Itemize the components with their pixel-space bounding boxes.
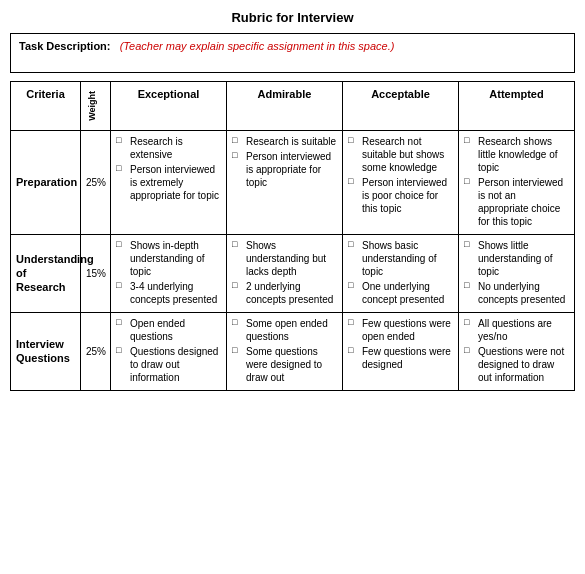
table-row: Interview Questions25%Open ended questio… (11, 312, 575, 390)
list-item: Some questions were designed to draw out (232, 345, 337, 384)
rubric-body: Preparation25%Research is extensivePerso… (11, 130, 575, 390)
task-desc-value: (Teacher may explain specific assignment… (120, 40, 395, 52)
header-weight: Weight (81, 82, 111, 131)
weight-cell-0: 25% (81, 130, 111, 234)
table-row: Understanding of Research15%Shows in-dep… (11, 234, 575, 312)
admirable-cell-2: Some open ended questionsSome questions … (227, 312, 343, 390)
list-item: All questions are yes/no (464, 317, 569, 343)
list-item: Research shows little knowledge of topic (464, 135, 569, 174)
exceptional-cell-1: Shows in-depth understanding of topic3-4… (111, 234, 227, 312)
list-item: Open ended questions (116, 317, 221, 343)
table-row: Preparation25%Research is extensivePerso… (11, 130, 575, 234)
acceptable-cell-0: Research not suitable but shows some kno… (343, 130, 459, 234)
list-item: One underlying concept presented (348, 280, 453, 306)
criteria-cell-1: Understanding of Research (11, 234, 81, 312)
exceptional-cell-2: Open ended questionsQuestions designed t… (111, 312, 227, 390)
task-description-box: Task Description: (Teacher may explain s… (10, 33, 575, 73)
list-item: Shows understanding but lacks depth (232, 239, 337, 278)
header-admirable: Admirable (227, 82, 343, 131)
table-header-row: Criteria Weight Exceptional Admirable Ac… (11, 82, 575, 131)
task-desc-label: Task Description: (19, 40, 111, 52)
list-item: Questions were not designed to draw out … (464, 345, 569, 384)
header-acceptable: Acceptable (343, 82, 459, 131)
acceptable-cell-1: Shows basic understanding of topicOne un… (343, 234, 459, 312)
list-item: Person interviewed is appropriate for to… (232, 150, 337, 189)
list-item: Few questions were designed (348, 345, 453, 371)
acceptable-cell-2: Few questions were open endedFew questio… (343, 312, 459, 390)
header-exceptional: Exceptional (111, 82, 227, 131)
list-item: Person interviewed is poor choice for th… (348, 176, 453, 215)
header-criteria: Criteria (11, 82, 81, 131)
list-item: 2 underlying concepts presented (232, 280, 337, 306)
attempted-cell-2: All questions are yes/noQuestions were n… (459, 312, 575, 390)
admirable-cell-1: Shows understanding but lacks depth2 und… (227, 234, 343, 312)
list-item: Some open ended questions (232, 317, 337, 343)
admirable-cell-0: Research is suitablePerson interviewed i… (227, 130, 343, 234)
list-item: Questions designed to draw out informati… (116, 345, 221, 384)
criteria-cell-2: Interview Questions (11, 312, 81, 390)
weight-cell-1: 15% (81, 234, 111, 312)
weight-cell-2: 25% (81, 312, 111, 390)
attempted-cell-0: Research shows little knowledge of topic… (459, 130, 575, 234)
list-item: Shows in-depth understanding of topic (116, 239, 221, 278)
list-item: Person interviewed is not an appropriate… (464, 176, 569, 228)
list-item: Shows basic understanding of topic (348, 239, 453, 278)
list-item: 3-4 underlying concepts presented (116, 280, 221, 306)
list-item: No underlying concepts presented (464, 280, 569, 306)
list-item: Shows little understanding of topic (464, 239, 569, 278)
page-title: Rubric for Interview (10, 10, 575, 25)
header-attempted: Attempted (459, 82, 575, 131)
list-item: Research is extensive (116, 135, 221, 161)
list-item: Few questions were open ended (348, 317, 453, 343)
list-item: Research is suitable (232, 135, 337, 148)
attempted-cell-1: Shows little understanding of topicNo un… (459, 234, 575, 312)
exceptional-cell-0: Research is extensivePerson interviewed … (111, 130, 227, 234)
rubric-table: Criteria Weight Exceptional Admirable Ac… (10, 81, 575, 391)
list-item: Person interviewed is extremely appropri… (116, 163, 221, 202)
list-item: Research not suitable but shows some kno… (348, 135, 453, 174)
criteria-cell-0: Preparation (11, 130, 81, 234)
